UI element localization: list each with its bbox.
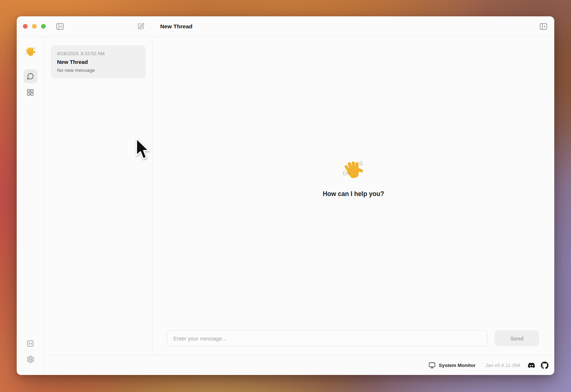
thread-last-message: No new message [57,68,139,73]
thread-list-item[interactable]: 4/18/2024, 8:33:52 AM New Thread No new … [51,45,146,78]
traffic-lights [23,24,46,29]
monitor-icon [429,362,436,369]
welcome-greeting: How can I help you? [323,190,384,198]
minimize-window-button[interactable] [32,24,37,29]
message-composer: Send [153,330,554,355]
system-monitor-button[interactable]: System Monitor [429,362,475,369]
titlebar-left-section [17,21,153,32]
thread-list-panel: 4/18/2024, 8:33:52 AM New Thread No new … [44,37,153,355]
titlebar: New Thread [17,16,554,37]
status-footer: System Monitor Jan v0.4.11-394 [44,355,554,375]
code-square-icon [27,340,34,347]
page-title: New Thread [160,23,193,30]
grid-icon [27,89,34,96]
chat-main-area: How can I help you? Send [153,37,554,355]
github-icon[interactable] [541,362,548,369]
app-window: New Thread [17,16,554,375]
close-window-button[interactable] [23,24,28,29]
send-button[interactable]: Send [495,330,539,346]
desktop-background: New Thread [0,0,571,392]
welcome-empty-state: How can I help you? [153,37,554,330]
sidebar-item-local-api-server[interactable] [24,336,37,350]
collapse-left-panel-icon[interactable] [54,21,65,32]
discord-icon[interactable] [527,362,536,369]
welcome-inner: How can I help you? [323,159,384,198]
app-body: 4/18/2024, 8:33:52 AM New Thread No new … [17,37,554,375]
message-input[interactable] [167,330,487,346]
sidebar-rail [17,37,44,375]
zoom-window-button[interactable] [41,24,46,29]
app-version-label: Jan v0.4.11-394 [485,363,520,368]
new-thread-pencil-icon[interactable] [135,21,146,32]
sidebar-item-settings[interactable] [24,352,37,366]
app-logo-wave-icon [25,46,36,58]
content-wrap: 4/18/2024, 8:33:52 AM New Thread No new … [44,37,554,375]
chat-bubble-icon [27,73,34,80]
content-row: 4/18/2024, 8:33:52 AM New Thread No new … [44,37,554,355]
sidebar-item-chat[interactable] [24,69,37,83]
settings-gear-icon [27,355,35,363]
system-monitor-label: System Monitor [439,363,475,368]
footer-social-links [527,362,548,369]
thread-timestamp: 4/18/2024, 8:33:52 AM [57,51,139,56]
collapse-right-panel-icon[interactable] [538,21,549,32]
sidebar-item-hub[interactable] [24,85,37,99]
waving-hand-icon [342,159,365,181]
thread-title: New Thread [57,59,139,65]
